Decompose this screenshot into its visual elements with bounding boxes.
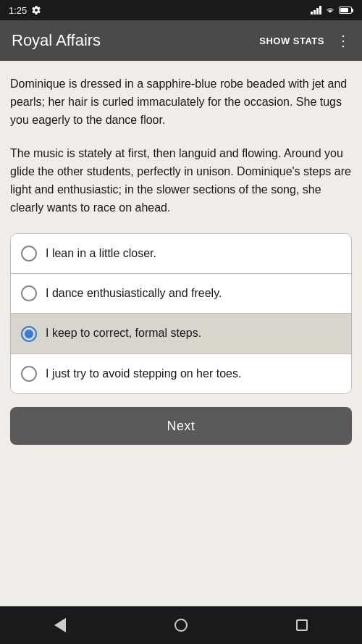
app-title: Royal Affairs [12, 31, 101, 50]
story-paragraph-1: Dominique is dressed in a sapphire-blue … [10, 75, 352, 129]
choice-item-1[interactable]: I lean in a little closer. [11, 234, 351, 274]
choice-text-3: I keep to correct, formal steps. [46, 325, 201, 341]
radio-button-1[interactable] [21, 246, 37, 262]
radio-inner-3 [25, 330, 33, 338]
recents-button[interactable] [296, 619, 308, 631]
gear-icon [31, 5, 41, 15]
status-bar: 1:25 [0, 0, 362, 20]
app-bar-actions: SHOW STATS ⋮ [259, 32, 350, 49]
show-stats-button[interactable]: SHOW STATS [259, 35, 324, 46]
home-icon [174, 619, 188, 632]
more-vert-icon[interactable]: ⋮ [336, 32, 350, 49]
choice-item-3[interactable]: I keep to correct, formal steps. [11, 314, 351, 354]
nav-bar [0, 606, 362, 644]
radio-button-4[interactable] [21, 366, 37, 382]
back-icon [54, 618, 66, 632]
back-button[interactable] [54, 618, 66, 632]
status-bar-right [311, 6, 353, 14]
choice-item-4[interactable]: I just try to avoid stepping on her toes… [11, 354, 351, 393]
signal-icon [311, 6, 321, 14]
radio-button-2[interactable] [21, 285, 37, 301]
recents-icon [296, 619, 308, 631]
choice-text-2: I dance enthusiastically and freely. [46, 285, 222, 301]
home-button[interactable] [174, 619, 188, 632]
choice-text-1: I lean in a little closer. [46, 246, 156, 262]
choices-container: I lean in a little closer. I dance enthu… [10, 233, 352, 395]
story-paragraph-2: The music is stately at first, then lang… [10, 145, 352, 217]
app-bar: Royal Affairs SHOW STATS ⋮ [0, 20, 362, 61]
wifi-icon [324, 6, 336, 14]
choice-text-4: I just try to avoid stepping on her toes… [46, 366, 241, 382]
radio-button-3[interactable] [21, 326, 37, 342]
time-display: 1:25 [9, 5, 27, 16]
battery-icon [339, 7, 353, 14]
main-content: Dominique is dressed in a sapphire-blue … [0, 61, 362, 606]
status-bar-left: 1:25 [9, 5, 41, 16]
next-button[interactable]: Next [10, 407, 352, 445]
choice-item-2[interactable]: I dance enthusiastically and freely. [11, 274, 351, 314]
